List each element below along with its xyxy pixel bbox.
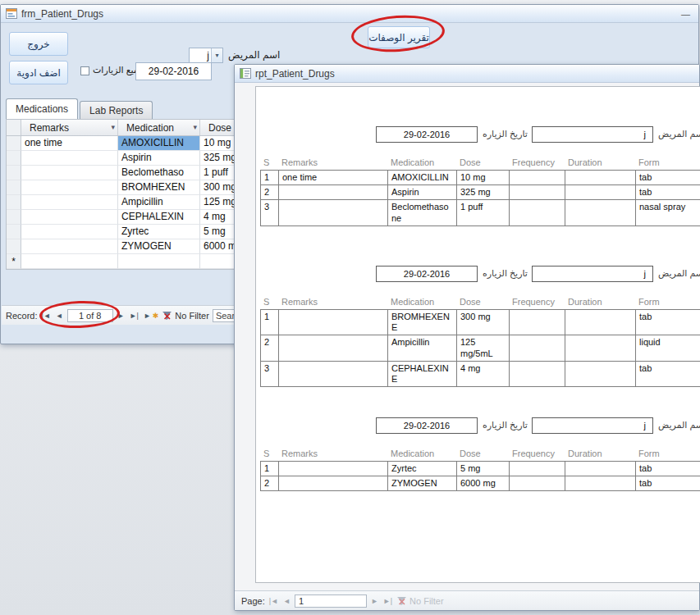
datasheet-row[interactable]: ZYMOGEN 6000 mg <box>7 239 258 254</box>
cell-remarks[interactable]: one time <box>21 136 118 151</box>
report-column-header: S <box>260 157 278 167</box>
patient-name-label: اسم المريض <box>658 268 700 279</box>
cell-medication-empty[interactable] <box>118 254 200 269</box>
row-selector[interactable] <box>7 225 21 239</box>
cell-medication[interactable]: BROMHEXEN <box>118 180 200 195</box>
row-selector[interactable] <box>7 195 21 210</box>
row-selector[interactable] <box>7 210 21 225</box>
row-selector[interactable] <box>7 136 21 151</box>
sort-dropdown-icon[interactable]: ▾ <box>111 123 115 131</box>
add-drugs-button[interactable]: اضف ادوية <box>9 61 68 84</box>
cell-frequency <box>510 335 565 361</box>
cell-medication: ZYMOGEN <box>388 476 457 491</box>
cell-medication[interactable]: ZYMOGEN <box>118 239 200 254</box>
visit-date-field[interactable]: 29-02-2016 <box>135 62 212 80</box>
cell-remarks[interactable] <box>21 151 118 166</box>
cell-medication: BROMHEXENE <box>388 310 457 335</box>
cell-serial: 1 <box>261 171 279 185</box>
visit-date-label: تاريخ الزياره <box>483 268 528 279</box>
cell-frequency <box>510 476 565 491</box>
datasheet-row[interactable]: CEPHALEXIN 4 mg <box>7 210 258 225</box>
row-selector[interactable] <box>7 180 21 195</box>
cell-dose: 1 puff <box>457 200 510 226</box>
no-filter-button[interactable]: No Filter <box>162 311 209 321</box>
cell-remarks <box>279 185 388 200</box>
report-column-header: Dose <box>456 449 509 458</box>
column-header-remarks[interactable]: Remarks ▾ <box>21 120 118 135</box>
datasheet-row[interactable]: Ampicillin 125 mg/5mL <box>7 195 258 210</box>
datasheet-row[interactable]: Aspirin 325 mg <box>7 151 258 166</box>
cell-remarks-empty[interactable] <box>21 254 118 269</box>
cell-medication: Aspirin <box>388 185 457 200</box>
report-page: 29-02-2016 تاريخ الزياره j اسم المريض SR… <box>255 86 700 583</box>
column-header-medication[interactable]: Medication ▾ <box>118 120 200 135</box>
datasheet-row[interactable]: Zyrtec 5 mg <box>7 225 258 239</box>
prescriptions-report-button[interactable]: تقرير الوصفات <box>368 26 430 48</box>
cell-remarks[interactable] <box>21 180 118 195</box>
tab-lab-reports[interactable]: Lab Reports <box>80 101 153 119</box>
report-window-titlebar[interactable]: rpt_Patient_Drugs <box>235 65 699 83</box>
patient-name-value: j <box>644 269 646 279</box>
sort-dropdown-icon[interactable]: ▾ <box>193 123 197 131</box>
cell-serial: 1 <box>261 462 279 476</box>
cell-form: tab <box>636 185 700 200</box>
previous-page-button[interactable]: ◄ <box>282 596 291 606</box>
cell-duration <box>565 310 636 335</box>
previous-record-button[interactable]: ◄ <box>55 311 64 321</box>
row-selector[interactable] <box>7 151 21 166</box>
last-record-button[interactable]: ►| <box>129 311 140 321</box>
datasheet-header-row: Remarks ▾ Medication ▾ Dose ▾ <box>7 120 258 136</box>
new-record-button[interactable]: ► <box>143 311 152 321</box>
select-all-cell[interactable] <box>7 120 21 135</box>
cell-serial: 2 <box>261 185 279 200</box>
datasheet-row[interactable]: BROMHEXEN 300 mg <box>7 180 258 195</box>
cell-remarks[interactable] <box>21 195 118 210</box>
new-record-row[interactable]: * <box>7 254 258 269</box>
row-selector[interactable] <box>7 166 21 180</box>
cell-medication[interactable]: Zyrtec <box>118 225 200 239</box>
report-icon <box>240 68 251 79</box>
cell-dose: 300 mg <box>457 310 510 335</box>
cell-serial: 2 <box>261 335 279 361</box>
row-selector[interactable] <box>7 239 21 254</box>
patient-name-box: j <box>532 126 653 143</box>
cell-serial: 3 <box>261 200 279 226</box>
form-window-titlebar[interactable]: frm_Patient_Drugs — <box>1 5 698 23</box>
patient-name-combobox[interactable]: j ▾ <box>189 48 223 63</box>
patient-name-label: اسم المريض <box>658 129 700 139</box>
patient-name-value: j <box>644 421 646 430</box>
exit-button[interactable]: خروج <box>9 32 68 56</box>
page-number-box[interactable]: 1 <box>295 594 367 608</box>
cell-dose: 125 mg/5mL <box>457 335 510 361</box>
first-record-button[interactable]: |◄ <box>41 311 52 321</box>
cell-medication[interactable]: Ampicillin <box>118 195 200 210</box>
tab-medications[interactable]: Medications <box>6 98 78 119</box>
cell-frequency <box>510 171 565 185</box>
last-page-button[interactable]: ►| <box>382 596 393 606</box>
report-column-header: Remarks <box>278 297 387 307</box>
record-position-box[interactable]: 1 of 8 <box>67 309 113 322</box>
cell-remarks[interactable] <box>21 166 118 180</box>
cell-medication[interactable]: Beclomethaso <box>118 166 200 180</box>
cell-remarks[interactable] <box>21 210 118 225</box>
cell-medication[interactable]: Aspirin <box>118 151 200 166</box>
next-record-button[interactable]: ► <box>117 311 126 321</box>
visit-date-label: تاريخ الزياره <box>483 129 528 139</box>
first-page-button[interactable]: |◄ <box>268 596 279 606</box>
all-visits-checkbox[interactable] <box>80 66 89 75</box>
cell-remarks[interactable] <box>21 225 118 239</box>
cell-medication: Ampicillin <box>388 335 457 361</box>
patient-name-value: j <box>644 130 646 139</box>
cell-remarks[interactable] <box>21 239 118 254</box>
minimize-icon[interactable]: — <box>678 9 693 19</box>
cell-medication[interactable]: CEPHALEXIN <box>118 210 200 225</box>
form-window-title: frm_Patient_Drugs <box>21 8 103 20</box>
datasheet-row[interactable]: Beclomethaso 1 puff <box>7 166 258 180</box>
datasheet-row[interactable]: one time AMOXICILLIN 10 mg <box>7 136 258 151</box>
no-filter-button-report[interactable]: No Filter <box>396 596 444 606</box>
chevron-down-icon[interactable]: ▾ <box>211 48 222 62</box>
red-annotation-number: 5 <box>255 337 256 353</box>
report-row: 6 3 CEPHALEXINE 4 mg tab <box>261 362 700 387</box>
next-page-button[interactable]: ► <box>370 596 379 606</box>
cell-medication[interactable]: AMOXICILLIN <box>118 136 200 151</box>
